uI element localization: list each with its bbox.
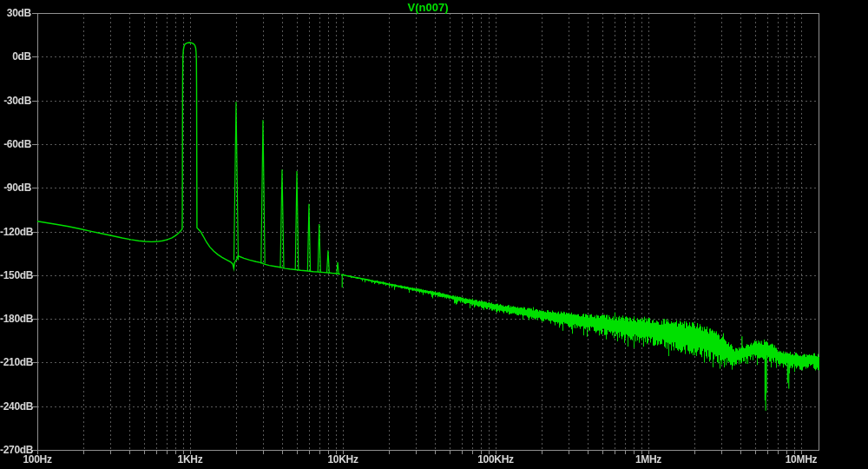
x-axis-tick-label: 10MHz bbox=[765, 453, 838, 466]
x-axis-tick-label: 1KHz bbox=[154, 453, 227, 466]
x-axis-tick-label: 100Hz bbox=[1, 453, 74, 466]
y-axis-tick-label: -240dB bbox=[0, 400, 31, 413]
x-axis-tick-label: 100KHz bbox=[459, 453, 532, 466]
ltspice-waveform-viewer: V(n007) 30dB 0dB -30dB -60dB -90dB -120d… bbox=[0, 0, 868, 469]
y-axis-tick-label: 0dB bbox=[0, 50, 31, 63]
x-axis-tick-label: 10KHz bbox=[306, 453, 379, 466]
y-axis-tick-label: -30dB bbox=[0, 95, 31, 107]
y-axis-tick-label: -180dB bbox=[0, 313, 31, 325]
y-axis-tick-label: -120dB bbox=[0, 226, 31, 238]
plot-canvas[interactable] bbox=[0, 0, 868, 469]
y-axis-tick-label: 30dB bbox=[0, 7, 31, 19]
y-axis-tick-label: -150dB bbox=[0, 269, 31, 281]
y-axis-tick-label: -60dB bbox=[0, 138, 31, 150]
y-axis-tick-label: -90dB bbox=[0, 182, 31, 194]
y-axis-tick-label: -210dB bbox=[0, 356, 31, 368]
trace-label[interactable]: V(n007) bbox=[341, 1, 515, 14]
x-axis-tick-label: 1MHz bbox=[612, 453, 685, 466]
